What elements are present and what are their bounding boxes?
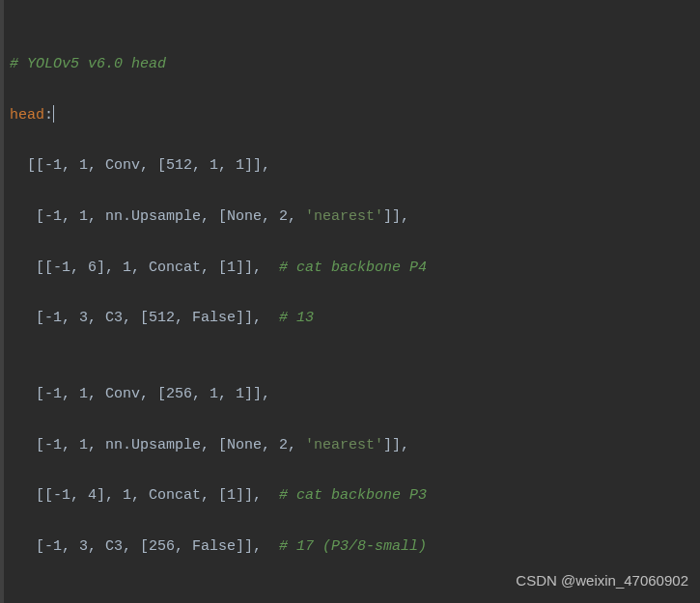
code-line: ]], <box>383 437 409 453</box>
code-line: [-1, 1, nn.Upsample, [None, 2, <box>10 208 305 225</box>
comment: # cat backbone P3 <box>279 487 427 504</box>
comment: # 13 <box>279 310 314 326</box>
code-line: ]], <box>383 208 409 225</box>
code-line: [[-1, 1, Conv, [512, 1, 1]], <box>10 157 270 174</box>
code-line: [-1, 1, Conv, [256, 1, 1]], <box>10 386 270 402</box>
code-line: [-1, 1, nn.Upsample, [None, 2, <box>10 437 305 453</box>
code-line: [[-1, 6], 1, Concat, [1]], <box>10 260 279 276</box>
code-line: [[-1, 4], 1, Concat, [1]], <box>10 487 279 504</box>
watermark: CSDN @weixin_47060902 <box>516 568 688 593</box>
text-cursor <box>53 105 54 123</box>
yaml-key: head <box>10 107 44 123</box>
comment-header: # YOLOv5 v6.0 head <box>10 56 166 72</box>
code-editor[interactable]: # YOLOv5 v6.0 head head: [[-1, 1, Conv, … <box>4 0 700 603</box>
comment: # 17 (P3/8-small) <box>279 538 427 555</box>
comment: # cat backbone P4 <box>279 260 427 276</box>
code-line: [-1, 3, C3, [256, False]], <box>10 538 279 555</box>
colon: : <box>44 107 53 123</box>
code-line: [-1, 3, C3, [512, False]], <box>10 310 279 326</box>
string-literal: 'nearest' <box>305 208 383 225</box>
string-literal: 'nearest' <box>305 437 383 453</box>
